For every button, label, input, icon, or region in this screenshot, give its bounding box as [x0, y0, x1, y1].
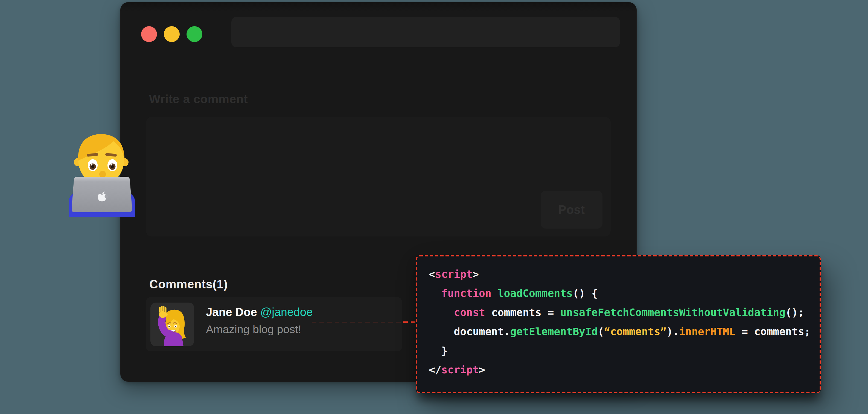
code-listing: <script> function loadComments() { const… [429, 265, 821, 379]
comment-card: Jane Doe @janedoe Amazing blog post! [146, 297, 402, 351]
code-line: <script> [429, 265, 821, 284]
maximize-window-button[interactable] [187, 26, 203, 42]
code-line: document.getElementById(“comments”).inne… [429, 322, 821, 341]
avatar [150, 303, 194, 346]
woman-raising-hand-emoji [150, 303, 194, 346]
window-controls [141, 26, 203, 42]
close-window-button[interactable] [141, 26, 157, 42]
comment-handle[interactable]: @janedoe [260, 306, 313, 318]
code-line: } [429, 341, 821, 360]
code-snippet-overlay: <script> function loadComments() { const… [416, 255, 821, 393]
connector-line [403, 321, 416, 323]
code-line: const comments = unsafeFetchCommentsWith… [429, 303, 821, 322]
man-technologist-emoji [64, 128, 140, 217]
address-bar[interactable] [231, 17, 620, 47]
code-line: function loadComments() { [429, 284, 821, 303]
minimize-window-button[interactable] [164, 26, 180, 42]
post-button[interactable]: Post [541, 191, 602, 229]
comment-textarea[interactable]: Post [146, 117, 611, 237]
code-line: </script> [429, 360, 821, 379]
comments-heading: Comments(1) [149, 277, 228, 291]
connector-line-faint [312, 322, 402, 323]
comment-text: Amazing blog post! [206, 324, 313, 335]
comment-author: Jane Doe [206, 306, 257, 318]
comment-form-label: Write a comment [149, 92, 248, 106]
